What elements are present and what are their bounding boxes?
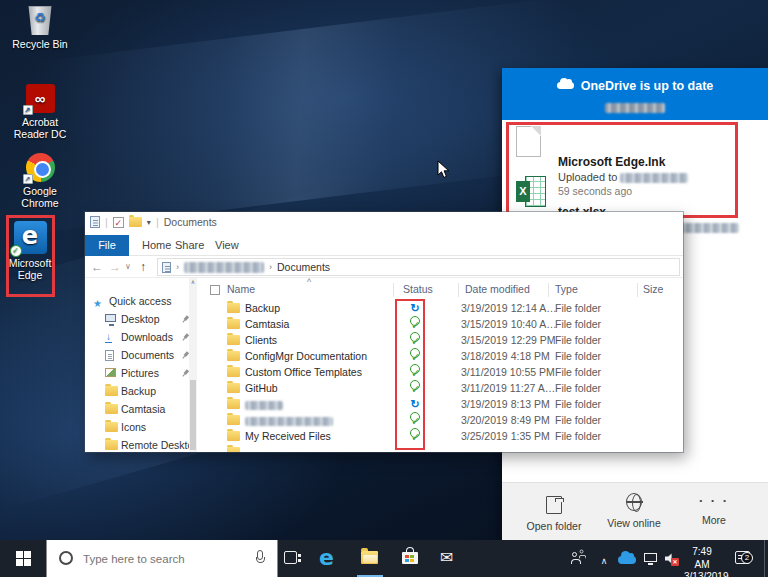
file-row[interactable]: Custom Office Templates ↻✓ 3/11/2019 10:… bbox=[197, 364, 683, 380]
start-button[interactable] bbox=[0, 540, 46, 577]
file-row[interactable]: Camtasia ↻✓ 3/15/2019 10:40 A… File fold… bbox=[197, 316, 683, 332]
chevron-up-icon: ∧ bbox=[601, 556, 608, 566]
sidebar-item-icons[interactable]: Icons bbox=[85, 418, 189, 436]
desktop-icon-acrobat[interactable]: ∞ ↗ Acrobat Reader DC bbox=[10, 84, 70, 140]
windows-desktop: ♻ Recycle Bin ∞ ↗ Acrobat Reader DC ↗ Go… bbox=[0, 0, 768, 577]
desktop-icon-edge[interactable]: e ✓ Microsoft Edge bbox=[4, 221, 56, 281]
file-row[interactable]: Backup ↻✓ 3/19/2019 12:14 A… File folder bbox=[197, 300, 683, 316]
desktop-icon-label: Microsoft Edge bbox=[4, 257, 56, 281]
column-header-date[interactable]: Date modified bbox=[465, 283, 530, 295]
tray-clock[interactable]: 7:49 AM 3/13/2019 bbox=[684, 540, 720, 577]
column-header-type[interactable]: Type bbox=[555, 283, 578, 295]
file-row-partial[interactable] bbox=[197, 444, 683, 452]
address-toolbar: ← → ∨ ↑ › › Documents bbox=[85, 256, 683, 278]
taskbar-file-explorer-button[interactable] bbox=[351, 540, 389, 577]
sync-status-icon: ↻✓ bbox=[403, 348, 427, 364]
sidebar-item-downloads[interactable]: ↓ Downloads bbox=[85, 328, 189, 346]
sidebar-item-pictures[interactable]: Pictures bbox=[85, 364, 189, 382]
search-input[interactable] bbox=[83, 540, 243, 577]
column-headers: Name ^ Status Date modified Type Size bbox=[197, 280, 683, 300]
taskbar: e ✉ ∧ ✕ bbox=[0, 540, 768, 577]
tray-show-hidden-icons[interactable]: ∧ bbox=[596, 540, 612, 577]
folder-icon bbox=[227, 431, 240, 441]
tab-home[interactable]: Home bbox=[142, 235, 171, 256]
microphone-icon[interactable] bbox=[257, 550, 263, 560]
tab-view[interactable]: View bbox=[215, 235, 239, 256]
folder-icon bbox=[227, 351, 240, 361]
taskbar-edge-button[interactable]: e bbox=[311, 540, 349, 577]
sort-caret-icon: ^ bbox=[307, 277, 311, 287]
edge-icon: e bbox=[319, 545, 334, 570]
sidebar-item-remote-desktop[interactable]: Remote Desktop bbox=[85, 436, 189, 452]
sidebar-scrollbar[interactable]: ∧ bbox=[189, 278, 197, 452]
file-row[interactable]: My Received Files ↻✓ 3/25/2019 1:35 PM F… bbox=[197, 428, 683, 444]
folder-icon bbox=[227, 383, 240, 393]
monitor-icon bbox=[105, 314, 116, 322]
sync-status-icon: ↻✓ bbox=[403, 396, 427, 412]
column-header-name[interactable]: Name bbox=[227, 283, 255, 295]
view-online-button[interactable]: View online bbox=[594, 492, 674, 529]
sync-status-icon: ↻✓ bbox=[403, 428, 427, 444]
tray-onedrive-button[interactable] bbox=[616, 540, 640, 577]
column-header-size[interactable]: Size bbox=[643, 283, 663, 295]
show-desktop-button[interactable] bbox=[764, 540, 768, 577]
tray-volume-button[interactable]: ✕ bbox=[664, 540, 684, 577]
new-folder-icon[interactable] bbox=[129, 217, 142, 227]
folder-icon bbox=[105, 404, 118, 414]
windows-logo-icon bbox=[16, 551, 31, 566]
file-name: Microsoft Edge.lnk bbox=[558, 155, 758, 169]
breadcrumb[interactable]: Documents bbox=[277, 261, 330, 273]
scroll-up-icon[interactable]: ∧ bbox=[189, 278, 197, 285]
mail-icon: ✉ bbox=[440, 548, 453, 567]
ribbon-tabs: File Home Share View bbox=[85, 235, 683, 256]
sidebar-item-desktop[interactable]: Desktop bbox=[85, 310, 189, 328]
file-row[interactable]: ↻✓ 3/20/2019 8:49 PM File folder bbox=[197, 412, 683, 428]
history-dropdown-icon[interactable]: ∨ bbox=[123, 256, 133, 278]
up-button[interactable]: ↑ bbox=[135, 256, 151, 278]
cortana-icon bbox=[59, 551, 73, 565]
forward-button[interactable]: → bbox=[107, 256, 123, 278]
onedrive-status-title: OneDrive is up to date bbox=[502, 79, 768, 93]
muted-x-icon: ✕ bbox=[671, 558, 679, 566]
sidebar-item-camtasia[interactable]: Camtasia bbox=[85, 400, 189, 418]
scrollbar-thumb[interactable] bbox=[190, 380, 196, 450]
address-bar[interactable]: › › Documents bbox=[157, 258, 680, 276]
action-center-button[interactable]: 2 bbox=[732, 540, 760, 577]
taskbar-mail-button[interactable]: ✉ bbox=[431, 540, 469, 577]
select-all-checkbox[interactable] bbox=[210, 285, 220, 295]
tray-network-button[interactable] bbox=[642, 540, 662, 577]
clock-date: 3/13/2019 bbox=[684, 571, 720, 577]
file-row[interactable]: ConfigMgr Documentation ↻✓ 3/18/2019 4:1… bbox=[197, 348, 683, 364]
sidebar-item-documents[interactable]: Documents bbox=[85, 346, 189, 364]
onedrive-account-redacted bbox=[502, 101, 768, 113]
onedrive-cloud-icon bbox=[557, 82, 574, 89]
desktop-icon-chrome[interactable]: ↗ Google Chrome bbox=[10, 153, 70, 209]
tray-people-button[interactable] bbox=[570, 540, 590, 577]
tab-share[interactable]: Share bbox=[175, 235, 204, 256]
properties-check-icon[interactable]: ✓ bbox=[113, 217, 124, 228]
tab-file[interactable]: File bbox=[85, 235, 129, 256]
folder-icon bbox=[227, 415, 240, 425]
file-row[interactable]: ↻✓ 3/19/2019 8:13 PM File folder bbox=[197, 396, 683, 412]
desktop-icon-recycle-bin[interactable]: ♻ Recycle Bin bbox=[10, 4, 70, 50]
open-folder-button[interactable]: Open folder bbox=[514, 492, 594, 532]
file-name-redacted bbox=[245, 396, 283, 412]
folder-icon bbox=[227, 447, 240, 452]
recycle-bin-icon: ♻ bbox=[27, 4, 53, 35]
folder-icon bbox=[227, 367, 240, 377]
file-row[interactable]: Clients ↻✓ 3/15/2019 12:29 PM File folde… bbox=[197, 332, 683, 348]
taskbar-store-button[interactable] bbox=[391, 540, 429, 577]
more-button[interactable]: · · · More bbox=[674, 492, 754, 526]
network-icon bbox=[644, 553, 657, 562]
column-header-status[interactable]: Status bbox=[403, 283, 433, 295]
quick-access-toolbar: | ✓ ▾ | Documents bbox=[90, 216, 217, 228]
task-view-button[interactable] bbox=[273, 540, 311, 577]
file-row[interactable]: GitHub ↻✓ 3/11/2019 11:27 A… File folder bbox=[197, 380, 683, 396]
back-button[interactable]: ← bbox=[89, 256, 105, 278]
explorer-titlebar[interactable]: | ✓ ▾ | Documents bbox=[85, 212, 683, 235]
taskbar-search[interactable] bbox=[46, 540, 278, 577]
qat-dropdown-icon[interactable]: ▾ bbox=[147, 218, 151, 227]
sidebar-item-quick-access[interactable]: ★ Quick access bbox=[85, 292, 189, 310]
sidebar-item-backup[interactable]: Backup bbox=[85, 382, 189, 400]
sync-status-icon: ↻✓ bbox=[403, 332, 427, 348]
